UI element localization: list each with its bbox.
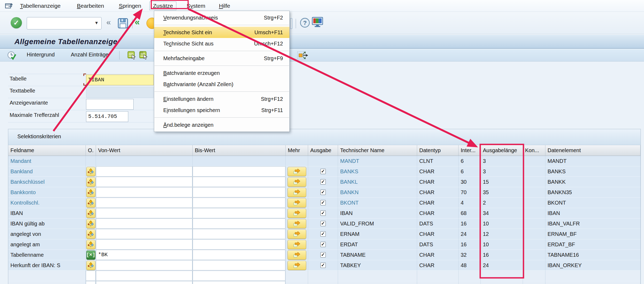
bis-wert-cell[interactable] (193, 229, 286, 239)
mehr-cell[interactable] (286, 229, 308, 239)
selection-option-cell[interactable] (86, 187, 96, 198)
ausgabe-cell[interactable]: ✓ (308, 250, 338, 260)
fieldname-cell-bankkonto[interactable]: Bankkonto (8, 187, 86, 198)
column-header-mehr[interactable]: Mehr (286, 145, 308, 156)
column-header-ausgabelange[interactable]: Ausgabelänge (481, 145, 523, 156)
selection-option-cell[interactable] (86, 260, 96, 271)
column-header-technischer-name[interactable]: Technischer Name (338, 145, 417, 156)
mehr-cell[interactable] (286, 260, 308, 271)
technical-name-cell[interactable]: BANKS (338, 166, 417, 177)
execute-in-background-icon[interactable] (7, 51, 17, 60)
enter-button[interactable]: ✓ (11, 17, 22, 28)
command-input[interactable] (29, 18, 92, 28)
fieldname-cell-mandant[interactable]: Mandant (8, 156, 86, 166)
bis-wert-cell[interactable] (193, 239, 286, 250)
selection-option-button[interactable] (86, 229, 95, 239)
selection-option-button[interactable] (86, 177, 95, 187)
selection-option-button[interactable] (86, 261, 95, 270)
menu-item-einstellungen-andern[interactable]: Einstellungen ändernStrg+F12 (154, 93, 289, 105)
selection-option-button[interactable] (86, 240, 95, 249)
table-input[interactable]: TIBAN (86, 75, 154, 85)
command-field[interactable]: ▼ (27, 17, 102, 29)
ausgabe-cell[interactable]: ✓ (308, 177, 338, 187)
column-header-ausgabe[interactable]: Ausgabe (308, 145, 338, 156)
bis-wert-cell[interactable] (193, 250, 286, 260)
menu-item-batchvariante-anzahl-zeilen[interactable]: Batchvariante (Anzahl Zeilen) (154, 79, 289, 90)
bis-wert-cell[interactable] (193, 166, 286, 177)
menubar-item-zusatze[interactable]: Zusätze (149, 2, 176, 10)
mehr-cell[interactable] (286, 239, 308, 250)
choose-fields-icon[interactable] (297, 51, 308, 59)
menu-item-technische-sicht-aus[interactable]: Technische Sicht ausUmsch+F12 (154, 38, 289, 49)
save-icon[interactable] (117, 17, 129, 29)
von-wert-cell[interactable] (96, 218, 193, 229)
output-checkbox[interactable]: ✓ (320, 252, 326, 258)
mehr-button[interactable] (288, 177, 306, 187)
mehr-button[interactable] (288, 229, 306, 239)
empty-value-cell[interactable] (193, 271, 286, 281)
selection-option-cell[interactable] (86, 198, 96, 208)
bis-wert-cell[interactable] (193, 177, 286, 187)
output-checkbox[interactable]: ✓ (320, 200, 326, 205)
dropdown-arrow-icon[interactable]: ▼ (94, 21, 99, 25)
output-checkbox[interactable]: ✓ (320, 263, 326, 268)
output-checkbox[interactable]: ✓ (320, 242, 326, 247)
mehr-cell[interactable] (286, 177, 308, 187)
mehr-button[interactable] (288, 188, 306, 197)
von-wert-cell[interactable] (96, 177, 193, 187)
mehr-cell[interactable] (286, 250, 308, 260)
ausgabe-cell[interactable]: ✓ (308, 218, 338, 229)
menubar-item-bearbeiten[interactable]: Bearbeiten (76, 2, 105, 10)
number-of-entries-button[interactable]: Anzahl Einträge (71, 52, 108, 58)
menu-item-technische-sicht-ein[interactable]: Technische Sicht einUmsch+F11 (154, 27, 289, 38)
menu-item-mehrfacheingabe[interactable]: MehrfacheingabeStrg+F9 (154, 53, 289, 64)
mehr-button[interactable] (288, 198, 306, 208)
column-header-o[interactable]: O. (86, 145, 96, 156)
selection-option-button[interactable] (86, 209, 95, 218)
empty-value-cell[interactable] (96, 281, 193, 284)
selection-option-cell[interactable] (86, 208, 96, 218)
ausgabe-cell[interactable]: ✓ (308, 239, 338, 250)
selection-option-cell[interactable]: [×] (86, 250, 96, 260)
von-wert-cell[interactable] (96, 166, 193, 177)
output-checkbox[interactable]: ✓ (320, 190, 326, 195)
collapse-chevron-icon[interactable]: « (106, 18, 111, 27)
output-checkbox[interactable]: ✓ (320, 179, 326, 185)
mehr-cell[interactable] (286, 218, 308, 229)
selection-option-cell[interactable] (86, 229, 96, 239)
von-wert-cell[interactable] (96, 239, 193, 250)
fieldname-cell-bankschlussel[interactable]: Bankschlüssel (8, 177, 86, 187)
fieldname-cell-bankland[interactable]: Bankland (8, 166, 86, 177)
technical-name-cell[interactable]: MANDT (338, 156, 417, 166)
ausgabe-cell[interactable]: ✓ (308, 166, 338, 177)
output-checkbox[interactable]: ✓ (320, 169, 326, 174)
menubar-item-hilfe[interactable]: Hilfe (218, 2, 231, 10)
menu-item-einstellungen-speichern[interactable]: Einstellungen speichernStrg+F11 (154, 105, 289, 116)
bis-wert-cell[interactable] (193, 208, 286, 218)
column-header-bis-wert[interactable]: Bis-Wert (193, 145, 286, 156)
bis-wert-cell[interactable] (193, 187, 286, 198)
mehr-button[interactable] (288, 209, 306, 218)
help-icon[interactable]: ? (300, 18, 310, 28)
mehr-button[interactable] (288, 250, 306, 260)
selection-option-button[interactable] (86, 198, 95, 208)
technical-name-cell[interactable]: BANKL (338, 177, 417, 187)
selection-option-button[interactable] (86, 167, 95, 176)
output-checkbox[interactable]: ✓ (320, 210, 326, 216)
column-header-kon[interactable]: Kon... (523, 145, 545, 156)
mehr-cell[interactable] (286, 198, 308, 208)
von-wert-cell[interactable] (96, 208, 193, 218)
von-wert-cell[interactable] (96, 187, 193, 198)
column-header-datentyp[interactable]: Datentyp (417, 145, 459, 156)
mehr-button[interactable] (288, 240, 306, 249)
ausgabe-cell[interactable]: ✓ (308, 229, 338, 239)
mehr-cell[interactable] (286, 166, 308, 177)
bis-wert-cell[interactable] (193, 218, 286, 229)
exclude-pattern-button[interactable]: [×] (86, 250, 95, 260)
technical-name-cell[interactable]: BANKN (338, 187, 417, 198)
column-header-datenelement[interactable]: Datenelement (545, 145, 641, 156)
ausgabe-cell[interactable]: ✓ (308, 198, 338, 208)
mehr-cell[interactable] (286, 187, 308, 198)
von-wert-cell[interactable] (96, 198, 193, 208)
bis-wert-cell[interactable] (193, 260, 286, 271)
